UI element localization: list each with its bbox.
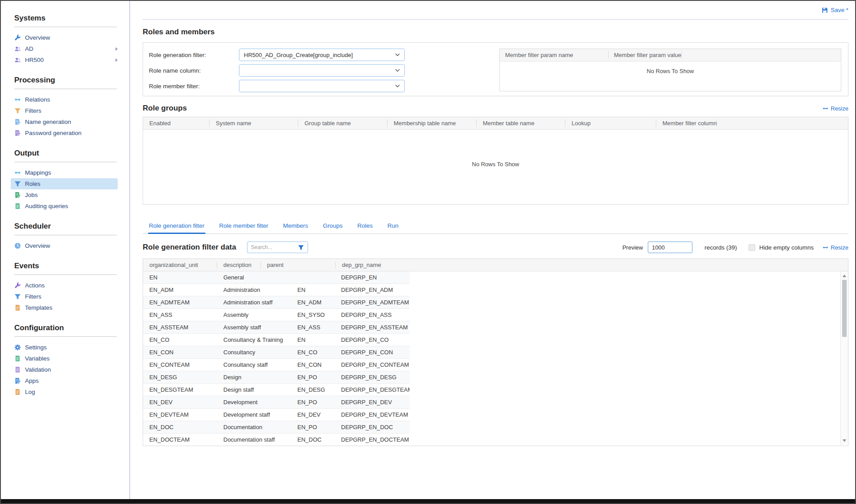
- save-button-label: Save *: [831, 7, 848, 13]
- table-row[interactable]: EN_CON Consultancy EN_CO DEPGRP_EN_CON: [143, 346, 410, 359]
- dropdown-select[interactable]: [239, 80, 405, 92]
- sidebar-item-icon: [14, 355, 21, 362]
- sidebar-item[interactable]: Relations: [11, 94, 118, 105]
- sidebar-item[interactable]: Overview: [11, 240, 118, 251]
- sidebar-item[interactable]: Templates: [11, 302, 118, 313]
- sidebar-item-label: Overview: [25, 242, 50, 249]
- sidebar-item-label: Overview: [25, 34, 50, 41]
- sidebar-item[interactable]: Settings: [11, 342, 118, 353]
- scroll-up-arrow-icon[interactable]: [843, 275, 846, 277]
- column-header[interactable]: organizational_unit: [143, 262, 217, 269]
- hide-empty-columns-checkbox[interactable]: [749, 244, 755, 251]
- table-row[interactable]: EN_ASS Assembly EN_SYSO DEPGRP_EN_ASS: [143, 309, 410, 321]
- filter-funnel-icon[interactable]: [298, 245, 304, 250]
- column-header[interactable]: parent: [261, 262, 336, 269]
- tab[interactable]: Role member filter: [218, 222, 269, 234]
- column-header[interactable]: Member filter param value: [609, 51, 682, 59]
- sidebar-item[interactable]: Actions: [11, 280, 118, 291]
- table-row[interactable]: EN_CONTEAM Consultancy staff EN_CON DEPG…: [143, 359, 410, 371]
- sidebar-item[interactable]: Password generation: [11, 127, 118, 139]
- table-row[interactable]: EN_DOC Documentation EN_PO DEPGRP_EN_DOC: [143, 421, 410, 434]
- sidebar-item[interactable]: Apps: [11, 375, 118, 386]
- sidebar-item[interactable]: Filters: [11, 105, 118, 116]
- form-row: Role member filter:: [149, 80, 494, 92]
- cell-organizational-unit: EN_CO: [143, 336, 217, 343]
- column-header[interactable]: description: [217, 262, 261, 269]
- table-row[interactable]: EN_CO Consultancy & Training EN DEPGRP_E…: [143, 334, 410, 346]
- dropdown-select[interactable]: HR500_AD_Group_Create[group_include]: [239, 49, 405, 61]
- sidebar-item[interactable]: Mappings: [11, 167, 118, 178]
- column-header[interactable]: Lookup: [565, 119, 656, 127]
- column-header[interactable]: System name: [210, 119, 298, 127]
- cell-organizational-unit: EN_ASSTEAM: [143, 324, 217, 331]
- form-row: Role name column:: [149, 64, 494, 77]
- column-header[interactable]: Member filter param name: [500, 51, 609, 59]
- cell-parent: EN_SYSO: [291, 311, 335, 318]
- column-header[interactable]: dep_grp_name: [336, 262, 381, 269]
- table-row[interactable]: EN_DOCTEAM Documentation staff EN_DOC DE…: [143, 434, 410, 445]
- sidebar-item[interactable]: Jobs: [11, 189, 118, 201]
- save-button[interactable]: Save *: [822, 7, 848, 13]
- sidebar-item[interactable]: Overview: [11, 32, 118, 43]
- sidebar-item[interactable]: Variables: [11, 353, 118, 364]
- cell-dep-grp-name: DEPGRP_EN_DOCTEAM: [335, 436, 410, 443]
- sidebar-section: Systems Overview AD: [1, 14, 129, 66]
- sidebar-item-icon: [14, 107, 21, 114]
- dropdown-value: HR500_AD_Group_Create[group_include]: [244, 52, 353, 58]
- table-row[interactable]: EN_DESGTEAM Design staff EN_DESG DEPGRP_…: [143, 384, 410, 396]
- sidebar-item[interactable]: Filters: [11, 291, 118, 302]
- cell-organizational-unit: EN_DESGTEAM: [143, 386, 217, 393]
- table-row[interactable]: EN General DEPGRP_EN: [143, 271, 410, 284]
- sidebar-item[interactable]: AD: [11, 43, 118, 54]
- table-row[interactable]: EN_ADM Administration EN DEPGRP_EN_ADM: [143, 284, 410, 296]
- cell-parent: EN_DESG: [291, 386, 335, 393]
- sidebar-item-icon: [14, 389, 21, 395]
- sidebar-item[interactable]: HR500: [11, 54, 118, 66]
- tab[interactable]: Groups: [322, 222, 343, 234]
- column-header[interactable]: Membership table name: [387, 119, 477, 127]
- sidebar-item-icon: [14, 377, 21, 384]
- cell-dep-grp-name: DEPGRP_EN_DESG: [335, 374, 410, 381]
- preview-count-input[interactable]: [648, 242, 692, 253]
- search-input[interactable]: [251, 244, 295, 250]
- sidebar-section-items: Settings Variables Validation: [1, 342, 129, 397]
- scrollbar-thumb[interactable]: [842, 280, 847, 337]
- cell-parent: EN_PO: [291, 399, 335, 406]
- cell-description: Assembly: [217, 311, 291, 318]
- resize-horizontal-icon: [823, 246, 828, 250]
- column-header[interactable]: Group table name: [298, 119, 387, 127]
- sidebar-item[interactable]: Log: [11, 386, 118, 397]
- cell-dep-grp-name: DEPGRP_EN_CO: [335, 336, 410, 343]
- table-row[interactable]: EN_ADMTEAM Administration staff EN_ADM D…: [143, 296, 410, 309]
- scroll-down-arrow-icon[interactable]: [843, 439, 846, 442]
- tab[interactable]: Roles: [356, 222, 374, 234]
- sidebar-item-label: Auditing queries: [25, 203, 68, 209]
- sidebar-item[interactable]: Name generation: [11, 116, 118, 127]
- column-header[interactable]: Member filter column: [656, 119, 717, 127]
- sidebar-item-icon: [14, 45, 21, 52]
- vertical-scrollbar[interactable]: [840, 271, 848, 445]
- tab[interactable]: Members: [282, 222, 309, 234]
- sidebar-item-icon: [14, 366, 21, 373]
- sidebar-item-icon: [14, 293, 21, 300]
- tab[interactable]: Role generation filter: [148, 222, 206, 234]
- sidebar-section: Output Mappings Roles: [1, 149, 129, 212]
- column-header[interactable]: Enabled: [143, 119, 210, 127]
- filter-data-resize-button[interactable]: Resize: [823, 244, 848, 251]
- tab[interactable]: Run: [387, 222, 399, 234]
- role-groups-table-header: EnabledSystem nameGroup table nameMember…: [143, 117, 848, 130]
- sidebar-section-title: Output: [14, 149, 117, 158]
- sidebar-item-icon: [14, 192, 21, 198]
- table-row[interactable]: EN_ASSTEAM Assembly staff EN_ASS DEPGRP_…: [143, 321, 410, 334]
- dropdown-select[interactable]: [239, 64, 405, 77]
- sidebar-item[interactable]: Validation: [11, 364, 118, 375]
- role-groups-resize-button[interactable]: Resize: [823, 105, 848, 112]
- cell-dep-grp-name: DEPGRP_EN_ADMTEAM: [335, 299, 410, 306]
- table-row[interactable]: EN_DEV Development EN_PO DEPGRP_EN_DEV: [143, 396, 410, 409]
- cell-dep-grp-name: DEPGRP_EN_ASS: [335, 311, 410, 318]
- sidebar-item[interactable]: Roles: [11, 178, 118, 189]
- column-header[interactable]: Member table name: [477, 119, 565, 127]
- table-row[interactable]: EN_DESG Design EN_PO DEPGRP_EN_DESG: [143, 371, 410, 384]
- sidebar-item[interactable]: Auditing queries: [11, 201, 118, 212]
- table-row[interactable]: EN_DEVTEAM Development staff EN_DEV DEPG…: [143, 409, 410, 421]
